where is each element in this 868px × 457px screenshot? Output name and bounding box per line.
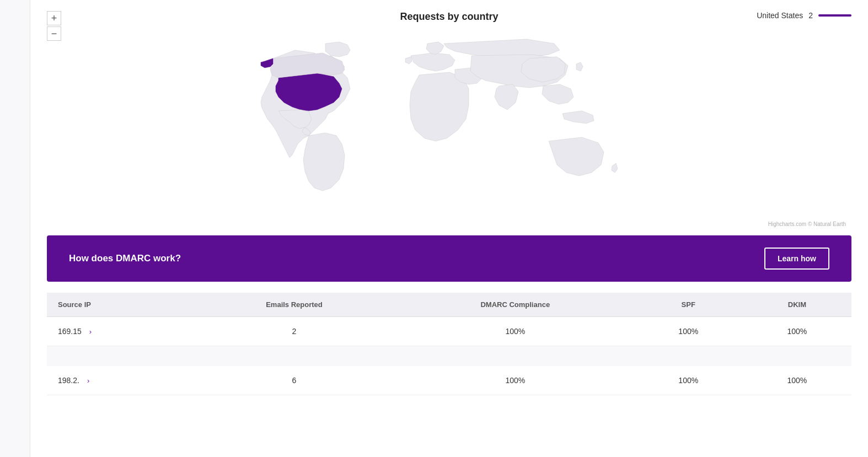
table-section: Source IP Emails Reported DMARC Complian… xyxy=(30,293,868,417)
col-emails-reported: Emails Reported xyxy=(192,293,397,317)
map-section: + − Requests by country United States 2 xyxy=(30,0,868,235)
col-spf: SPF xyxy=(634,293,743,317)
col-dmarc-compliance: DMARC Compliance xyxy=(397,293,634,317)
table-row: 169.15 › 2 100% 100% 100% xyxy=(47,317,851,346)
map-wrapper xyxy=(47,28,851,221)
cell-emails-reported: 6 xyxy=(192,366,397,395)
table-row: 198.2. › 6 100% 100% 100% xyxy=(47,366,851,395)
legend-line xyxy=(818,14,851,17)
main-container: + − Requests by country United States 2 xyxy=(30,0,868,457)
legend-value: 2 xyxy=(808,11,813,20)
map-controls: + − xyxy=(47,11,61,41)
zoom-in-button[interactable]: + xyxy=(47,11,61,25)
cell-emails-reported: 2 xyxy=(192,317,397,346)
cell-dmarc-compliance: 100% xyxy=(397,366,634,395)
ip-value: 169.15 xyxy=(58,327,82,336)
cell-source-ip: 198.2. › xyxy=(47,366,192,395)
learn-how-button[interactable]: Learn how xyxy=(764,248,829,270)
zoom-out-button[interactable]: − xyxy=(47,26,61,41)
sidebar xyxy=(0,0,30,457)
map-legend: United States 2 xyxy=(757,11,851,20)
chevron-icon[interactable]: › xyxy=(87,377,89,385)
cell-dkim: 100% xyxy=(743,317,851,346)
ip-value: 198.2. xyxy=(58,376,79,385)
col-dkim: DKIM xyxy=(743,293,851,317)
col-source-ip: Source IP xyxy=(47,293,192,317)
cell-dkim: 100% xyxy=(743,366,851,395)
legend-country-label: United States xyxy=(757,11,803,20)
cell-spf: 100% xyxy=(634,317,743,346)
dmarc-banner-text: How does DMARC work? xyxy=(69,253,181,264)
cell-dmarc-compliance: 100% xyxy=(397,317,634,346)
world-map xyxy=(223,34,676,210)
table-header-row: Source IP Emails Reported DMARC Complian… xyxy=(47,293,851,317)
data-table: Source IP Emails Reported DMARC Complian… xyxy=(47,293,851,395)
cell-source-ip: 169.15 › xyxy=(47,317,192,346)
map-credit: Highcharts.com © Natural Earth xyxy=(47,221,851,230)
map-title: Requests by country xyxy=(47,11,851,23)
chevron-icon[interactable]: › xyxy=(89,327,92,336)
cell-spf: 100% xyxy=(634,366,743,395)
dmarc-banner: How does DMARC work? Learn how xyxy=(47,235,851,282)
